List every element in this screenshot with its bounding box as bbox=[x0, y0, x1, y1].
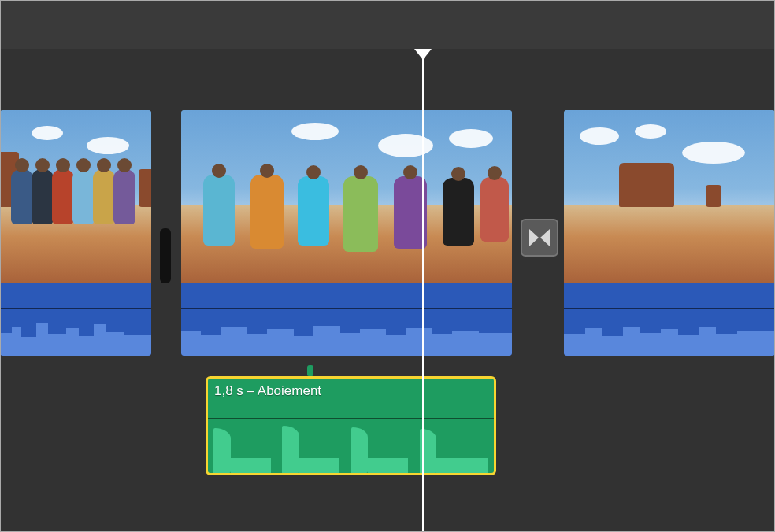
sound-effect-label: 1,8 s – Aboiement bbox=[214, 383, 321, 399]
clip-audio-waveform[interactable] bbox=[0, 283, 151, 356]
transition-icon[interactable] bbox=[521, 219, 558, 257]
sound-effect-clip[interactable]: 1,8 s – Aboiement bbox=[206, 376, 496, 475]
trim-handle[interactable] bbox=[160, 228, 171, 283]
clip-thumbnail bbox=[0, 110, 151, 283]
video-clip-2[interactable] bbox=[181, 110, 512, 356]
clip-audio-waveform[interactable] bbox=[181, 283, 512, 356]
clip-thumbnail bbox=[181, 110, 512, 283]
sound-effect-anchor[interactable] bbox=[307, 365, 313, 376]
video-clip-1[interactable] bbox=[0, 110, 151, 356]
sound-effect-waveform bbox=[208, 424, 494, 473]
transition-bowtie-icon bbox=[528, 226, 551, 249]
toolbar-strip bbox=[0, 0, 775, 49]
playhead-handle-icon[interactable] bbox=[414, 49, 432, 60]
clip-thumbnail bbox=[564, 110, 775, 283]
clip-audio-waveform[interactable] bbox=[564, 283, 775, 356]
timeline[interactable]: 1,8 s – Aboiement bbox=[0, 49, 775, 532]
playhead[interactable] bbox=[422, 49, 424, 532]
video-clip-3[interactable] bbox=[564, 110, 775, 356]
